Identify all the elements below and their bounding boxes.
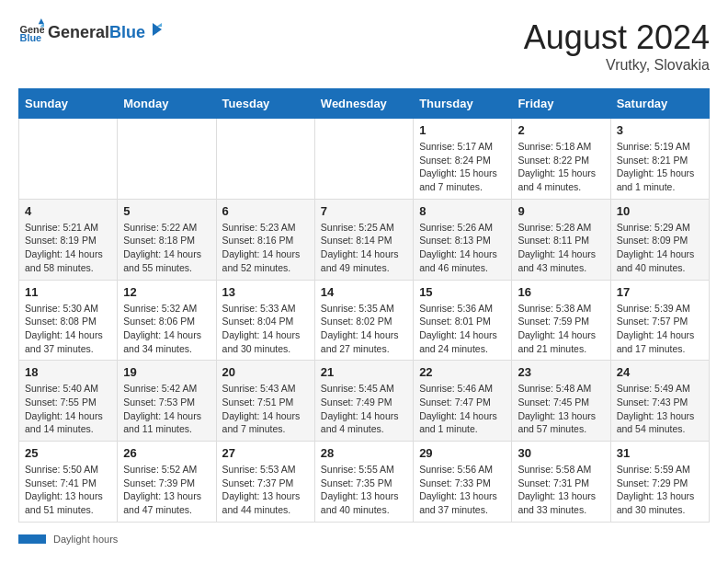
week-row-2: 4Sunrise: 5:21 AM Sunset: 8:19 PM Daylig…	[19, 199, 710, 280]
day-number: 11	[25, 285, 111, 299]
day-info: Sunrise: 5:32 AM Sunset: 8:06 PM Dayligh…	[123, 302, 210, 356]
calendar-cell: 25Sunrise: 5:50 AM Sunset: 7:41 PM Dayli…	[19, 442, 118, 523]
day-number: 14	[321, 285, 407, 299]
calendar-cell	[118, 119, 216, 200]
svg-text:Blue: Blue	[20, 32, 42, 43]
day-info: Sunrise: 5:48 AM Sunset: 7:45 PM Dayligh…	[518, 382, 604, 436]
day-info: Sunrise: 5:18 AM Sunset: 8:22 PM Dayligh…	[518, 140, 604, 194]
day-info: Sunrise: 5:21 AM Sunset: 8:19 PM Dayligh…	[25, 221, 111, 275]
day-info: Sunrise: 5:39 AM Sunset: 7:57 PM Dayligh…	[617, 302, 703, 356]
day-info: Sunrise: 5:33 AM Sunset: 8:04 PM Dayligh…	[222, 302, 309, 356]
day-info: Sunrise: 5:17 AM Sunset: 8:24 PM Dayligh…	[419, 140, 506, 194]
calendar-cell: 17Sunrise: 5:39 AM Sunset: 7:57 PM Dayli…	[610, 280, 709, 361]
day-info: Sunrise: 5:46 AM Sunset: 7:47 PM Dayligh…	[419, 382, 506, 436]
day-info: Sunrise: 5:45 AM Sunset: 7:49 PM Dayligh…	[321, 382, 407, 436]
day-info: Sunrise: 5:29 AM Sunset: 8:09 PM Dayligh…	[617, 221, 703, 275]
day-number: 6	[222, 204, 309, 218]
calendar-cell: 28Sunrise: 5:55 AM Sunset: 7:35 PM Dayli…	[314, 442, 413, 523]
calendar-cell: 4Sunrise: 5:21 AM Sunset: 8:19 PM Daylig…	[19, 199, 118, 280]
day-info: Sunrise: 5:55 AM Sunset: 7:35 PM Dayligh…	[321, 463, 407, 517]
svg-marker-5	[156, 23, 162, 27]
calendar-cell: 14Sunrise: 5:35 AM Sunset: 8:02 PM Dayli…	[314, 280, 413, 361]
day-info: Sunrise: 5:38 AM Sunset: 7:59 PM Dayligh…	[518, 302, 604, 356]
calendar-cell: 13Sunrise: 5:33 AM Sunset: 8:04 PM Dayli…	[216, 280, 314, 361]
weekday-header-wednesday: Wednesday	[314, 89, 413, 119]
day-info: Sunrise: 5:28 AM Sunset: 8:11 PM Dayligh…	[518, 221, 604, 275]
day-number: 24	[617, 365, 703, 379]
day-info: Sunrise: 5:35 AM Sunset: 8:02 PM Dayligh…	[321, 302, 407, 356]
day-number: 23	[518, 365, 604, 379]
calendar-cell: 3Sunrise: 5:19 AM Sunset: 8:21 PM Daylig…	[610, 119, 709, 200]
daylight-label: Daylight hours	[53, 534, 118, 545]
day-info: Sunrise: 5:40 AM Sunset: 7:55 PM Dayligh…	[25, 382, 111, 436]
day-number: 30	[518, 446, 604, 460]
day-info: Sunrise: 5:22 AM Sunset: 8:18 PM Dayligh…	[123, 221, 210, 275]
weekday-header-friday: Friday	[512, 89, 610, 119]
day-info: Sunrise: 5:58 AM Sunset: 7:31 PM Dayligh…	[518, 463, 604, 517]
svg-marker-2	[39, 18, 44, 24]
day-number: 1	[419, 123, 506, 137]
day-number: 9	[518, 204, 604, 218]
day-number: 18	[25, 365, 111, 379]
day-number: 16	[518, 285, 604, 299]
calendar-cell	[216, 119, 314, 200]
day-info: Sunrise: 5:52 AM Sunset: 7:39 PM Dayligh…	[123, 463, 210, 517]
day-info: Sunrise: 5:56 AM Sunset: 7:33 PM Dayligh…	[419, 463, 506, 517]
logo-blue: Blue	[109, 23, 145, 42]
day-number: 5	[123, 204, 210, 218]
calendar-cell: 15Sunrise: 5:36 AM Sunset: 8:01 PM Dayli…	[414, 280, 512, 361]
calendar-cell: 5Sunrise: 5:22 AM Sunset: 8:18 PM Daylig…	[118, 199, 216, 280]
calendar-cell: 11Sunrise: 5:30 AM Sunset: 8:08 PM Dayli…	[19, 280, 118, 361]
weekday-header-row: SundayMondayTuesdayWednesdayThursdayFrid…	[19, 89, 710, 119]
logo-arrow	[147, 21, 164, 41]
weekday-header-sunday: Sunday	[19, 89, 118, 119]
day-info: Sunrise: 5:53 AM Sunset: 7:37 PM Dayligh…	[222, 463, 309, 517]
calendar-cell	[19, 119, 118, 200]
day-number: 4	[25, 204, 111, 218]
daylight-bar	[18, 534, 46, 544]
day-info: Sunrise: 5:30 AM Sunset: 8:08 PM Dayligh…	[25, 302, 111, 356]
calendar-cell: 1Sunrise: 5:17 AM Sunset: 8:24 PM Daylig…	[414, 119, 512, 200]
day-number: 20	[222, 365, 309, 379]
weekday-header-tuesday: Tuesday	[216, 89, 314, 119]
header: General Blue GeneralBlue August 2024 Vru…	[18, 18, 710, 74]
day-number: 17	[617, 285, 703, 299]
calendar-cell: 23Sunrise: 5:48 AM Sunset: 7:45 PM Dayli…	[512, 361, 610, 442]
calendar-cell: 21Sunrise: 5:45 AM Sunset: 7:49 PM Dayli…	[314, 361, 413, 442]
calendar-cell: 26Sunrise: 5:52 AM Sunset: 7:39 PM Dayli…	[118, 442, 216, 523]
logo-general: General	[48, 23, 109, 42]
calendar-cell: 27Sunrise: 5:53 AM Sunset: 7:37 PM Dayli…	[216, 442, 314, 523]
weekday-header-saturday: Saturday	[610, 89, 709, 119]
calendar-cell: 19Sunrise: 5:42 AM Sunset: 7:53 PM Dayli…	[118, 361, 216, 442]
calendar-cell: 16Sunrise: 5:38 AM Sunset: 7:59 PM Dayli…	[512, 280, 610, 361]
day-number: 13	[222, 285, 309, 299]
day-number: 26	[123, 446, 210, 460]
calendar-cell: 8Sunrise: 5:26 AM Sunset: 8:13 PM Daylig…	[414, 199, 512, 280]
day-info: Sunrise: 5:19 AM Sunset: 8:21 PM Dayligh…	[617, 140, 703, 194]
calendar-cell: 22Sunrise: 5:46 AM Sunset: 7:47 PM Dayli…	[414, 361, 512, 442]
calendar-cell: 9Sunrise: 5:28 AM Sunset: 8:11 PM Daylig…	[512, 199, 610, 280]
location: Vrutky, Slovakia	[524, 57, 710, 74]
day-number: 27	[222, 446, 309, 460]
logo: General Blue GeneralBlue	[18, 18, 164, 44]
day-info: Sunrise: 5:49 AM Sunset: 7:43 PM Dayligh…	[617, 382, 703, 436]
day-info: Sunrise: 5:26 AM Sunset: 8:13 PM Dayligh…	[419, 221, 506, 275]
day-number: 7	[321, 204, 407, 218]
title-area: August 2024 Vrutky, Slovakia	[524, 18, 710, 74]
day-number: 31	[617, 446, 703, 460]
calendar-cell: 6Sunrise: 5:23 AM Sunset: 8:16 PM Daylig…	[216, 199, 314, 280]
day-number: 29	[419, 446, 506, 460]
calendar-cell: 29Sunrise: 5:56 AM Sunset: 7:33 PM Dayli…	[414, 442, 512, 523]
day-info: Sunrise: 5:42 AM Sunset: 7:53 PM Dayligh…	[123, 382, 210, 436]
day-number: 25	[25, 446, 111, 460]
week-row-4: 18Sunrise: 5:40 AM Sunset: 7:55 PM Dayli…	[19, 361, 710, 442]
calendar-cell	[314, 119, 413, 200]
calendar-cell: 31Sunrise: 5:59 AM Sunset: 7:29 PM Dayli…	[610, 442, 709, 523]
day-number: 10	[617, 204, 703, 218]
calendar-cell: 2Sunrise: 5:18 AM Sunset: 8:22 PM Daylig…	[512, 119, 610, 200]
week-row-5: 25Sunrise: 5:50 AM Sunset: 7:41 PM Dayli…	[19, 442, 710, 523]
day-number: 2	[518, 123, 604, 137]
logo-icon: General Blue	[18, 18, 44, 44]
day-number: 12	[123, 285, 210, 299]
calendar-cell: 24Sunrise: 5:49 AM Sunset: 7:43 PM Dayli…	[610, 361, 709, 442]
